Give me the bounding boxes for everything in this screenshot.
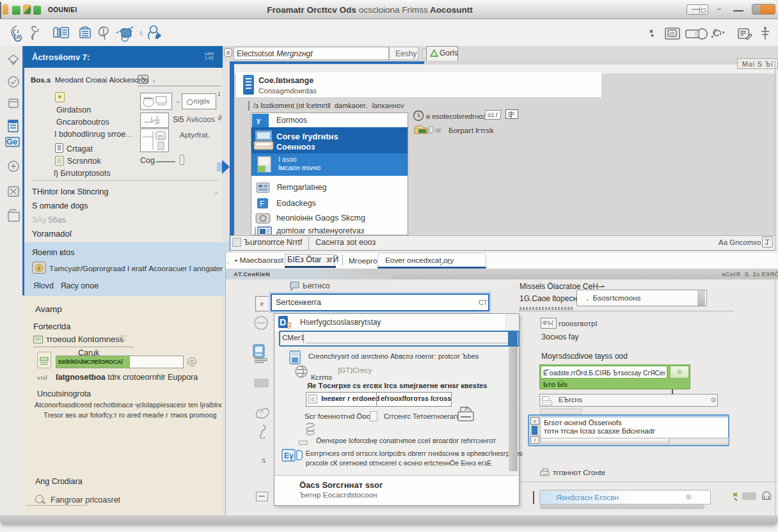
svg-text:Ge: Ge (6, 137, 17, 146)
svg-text:45: 45 (669, 31, 674, 36)
svg-text:Asqm: Asqm (144, 96, 152, 100)
svg-text:s: s (139, 29, 143, 36)
svg-text:Еү: Еү (284, 451, 294, 460)
svg-text:A: A (464, 405, 468, 412)
svg-text:F: F (260, 199, 264, 208)
svg-text:rogóv: rogóv (194, 98, 210, 105)
svg-text:g: g (287, 320, 291, 329)
svg-text:(с): (с) (158, 134, 163, 139)
svg-text:D: D (280, 317, 286, 327)
